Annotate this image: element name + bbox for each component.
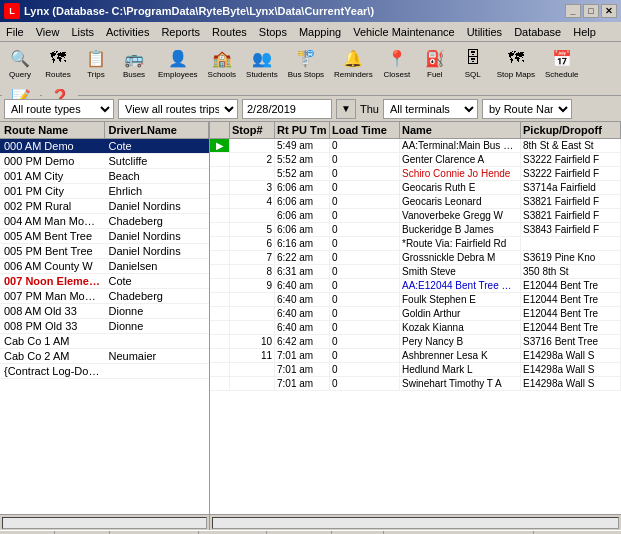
stop-row[interactable]: 106:42 am0Pery Nancy BS3716 Bent Tree <box>210 335 621 349</box>
date-input[interactable] <box>242 99 332 119</box>
driver-name-cell: Cote <box>105 274 210 288</box>
route-list-row[interactable]: 007 Noon ElementaryCote <box>0 274 209 289</box>
menu-file[interactable]: File <box>0 24 30 40</box>
terminal-select[interactable]: All terminals <box>383 99 478 119</box>
sql-button[interactable]: 🗄 SQL <box>455 44 491 81</box>
routes-button[interactable]: 🗺 Routes <box>40 44 76 81</box>
route-name-cell: Cab Co 1 AM <box>0 334 105 348</box>
close-button[interactable]: ✕ <box>601 4 617 18</box>
by-select[interactable]: by Route Nam <box>482 99 572 119</box>
stop-row[interactable]: 7:01 am0Swinehart Timothy T AE14298a Wal… <box>210 377 621 391</box>
maximize-button[interactable]: □ <box>583 4 599 18</box>
route-list-row[interactable]: 001 AM CityBeach <box>0 169 209 184</box>
stop-row[interactable]: 6:40 am0Goldin ArthurE12044 Bent Tre <box>210 307 621 321</box>
stops-h-scrollbar[interactable] <box>212 517 619 529</box>
route-name-cell: 000 PM Demo <box>0 154 105 168</box>
route-list-row[interactable]: 000 PM DemoSutcliffe <box>0 154 209 169</box>
menu-view[interactable]: View <box>30 24 66 40</box>
route-name-cell: 004 AM Man Mound <box>0 214 105 228</box>
stop-row[interactable]: 6:40 am0Foulk Stephen EE12044 Bent Tre <box>210 293 621 307</box>
route-list-row[interactable]: 002 PM RuralDaniel Nordins <box>0 199 209 214</box>
route-list-row[interactable]: Cab Co 1 AM <box>0 334 209 349</box>
menu-database[interactable]: Database <box>508 24 567 40</box>
query-button[interactable]: 🔍 Query <box>2 44 38 81</box>
route-type-select[interactable]: All route types <box>4 99 114 119</box>
stop-row[interactable]: 66:16 am0*Route Via: Fairfield Rd <box>210 237 621 251</box>
menu-mapping[interactable]: Mapping <box>293 24 347 40</box>
students-button[interactable]: 👥 Students <box>242 44 282 81</box>
stop-row[interactable]: 36:06 am0Geocaris Ruth ES3714a Fairfield <box>210 181 621 195</box>
driver-name-cell <box>105 334 210 348</box>
stop-row[interactable]: 6:40 am0Kozak KiannaE12044 Bent Tre <box>210 321 621 335</box>
stop-num-col-header[interactable]: Stop# <box>230 122 275 138</box>
pu-time-col-header[interactable]: Rt PU Tm <box>275 122 330 138</box>
route-name-cell: 001 PM City <box>0 184 105 198</box>
route-list-row[interactable]: 007 PM Man MoundChadeberg <box>0 289 209 304</box>
route-list-row[interactable]: 008 PM Old 33Dionne <box>0 319 209 334</box>
minimize-button[interactable]: _ <box>565 4 581 18</box>
route-name-cell: 005 AM Bent Tree <box>0 229 105 243</box>
menu-reports[interactable]: Reports <box>155 24 206 40</box>
route-list-row[interactable]: 001 PM CityEhrlich <box>0 184 209 199</box>
stop-row[interactable]: 7:01 am0Hedlund Mark LE14298a Wall S <box>210 363 621 377</box>
load-time-col-header[interactable]: Load Time <box>330 122 400 138</box>
menu-lists[interactable]: Lists <box>65 24 100 40</box>
schools-button[interactable]: 🏫 Schools <box>204 44 240 81</box>
name-col-header[interactable]: Name <box>400 122 521 138</box>
route-list-row[interactable]: 000 AM DemoCote <box>0 139 209 154</box>
route-list-row[interactable]: 004 AM Man MoundChadeberg <box>0 214 209 229</box>
route-name-cell: 007 PM Man Mound <box>0 289 105 303</box>
route-name-col-header[interactable]: Route Name <box>0 122 105 138</box>
schedule-button[interactable]: 📅 Schedule <box>541 44 582 81</box>
route-list-row[interactable]: 005 PM Bent TreeDaniel Nordins <box>0 244 209 259</box>
load-time-cell: 0 <box>330 335 400 348</box>
load-time-cell: 0 <box>330 363 400 376</box>
stop-row[interactable]: 117:01 am0Ashbrenner Lesa KE14298a Wall … <box>210 349 621 363</box>
employees-button[interactable]: 👤 Employees <box>154 44 202 81</box>
menu-utilities[interactable]: Utilities <box>461 24 508 40</box>
route-h-scrollbar[interactable] <box>2 517 207 529</box>
stop-row[interactable]: 5:52 am0Schiro Connie Jo HendeS3222 Fair… <box>210 167 621 181</box>
pickup-col-header[interactable]: Pickup/Dropoff <box>521 122 621 138</box>
menu-activities[interactable]: Activities <box>100 24 155 40</box>
pickup-cell: S3222 Fairfield F <box>521 167 621 180</box>
route-list: 000 AM DemoCote000 PM DemoSutcliffe001 A… <box>0 139 209 514</box>
driver-name-col-header[interactable]: DriverLName <box>105 122 210 138</box>
load-time-cell: 0 <box>330 167 400 180</box>
driver-name-cell: Sutcliffe <box>105 154 210 168</box>
route-list-row[interactable]: Cab Co 2 AMNeumaier <box>0 349 209 364</box>
stop-num-cell: 9 <box>230 279 275 292</box>
load-time-cell: 0 <box>330 223 400 236</box>
arrow-cell <box>210 377 230 390</box>
stop-row[interactable]: 76:22 am0Grossnickle Debra MS3619 Pine K… <box>210 251 621 265</box>
stop-row[interactable]: 56:06 am0Buckeridge B JamesS3843 Fairfie… <box>210 223 621 237</box>
route-list-row[interactable]: 008 AM Old 33Dionne <box>0 304 209 319</box>
bus-stops-button[interactable]: 🚏 Bus Stops <box>284 44 328 81</box>
stop-row[interactable]: 96:40 am0AA:E12044 Bent Tree Dr...E12044… <box>210 279 621 293</box>
name-cell: Schiro Connie Jo Hende <box>400 167 521 180</box>
driver-name-cell: Daniel Nordins <box>105 244 210 258</box>
calendar-button[interactable]: ▼ <box>336 99 356 119</box>
trips-button[interactable]: 📋 Trips <box>78 44 114 81</box>
stop-row[interactable]: 6:06 am0Vanoverbeke Gregg WS3821 Fairfie… <box>210 209 621 223</box>
route-name-cell: {Contract Log-Do Not ... <box>0 364 105 378</box>
menu-routes[interactable]: Routes <box>206 24 253 40</box>
route-list-row[interactable]: 005 AM Bent TreeDaniel Nordins <box>0 229 209 244</box>
name-cell: AA:Terminal:Main Bus St... <box>400 139 521 152</box>
stop-row[interactable]: 46:06 am0Geocaris LeonardS3821 Fairfield… <box>210 195 621 209</box>
menu-stops[interactable]: Stops <box>253 24 293 40</box>
stop-row[interactable]: 86:31 am0Smith Steve350 8th St <box>210 265 621 279</box>
view-select[interactable]: View all routes trips <box>118 99 238 119</box>
fuel-button[interactable]: ⛽ Fuel <box>417 44 453 81</box>
route-list-row[interactable]: {Contract Log-Do Not ... <box>0 364 209 379</box>
buses-button[interactable]: 🚌 Buses <box>116 44 152 81</box>
pu-time-cell: 5:49 am <box>275 139 330 152</box>
stop-row[interactable]: ▶5:49 am0AA:Terminal:Main Bus St...8th S… <box>210 139 621 153</box>
stop-maps-button[interactable]: 🗺 Stop Maps <box>493 44 539 81</box>
route-list-row[interactable]: 006 AM County WDanielsen <box>0 259 209 274</box>
stop-row[interactable]: 25:52 am0Genter Clarence AS3222 Fairfiel… <box>210 153 621 167</box>
menu-help[interactable]: Help <box>567 24 602 40</box>
menu-vehicle[interactable]: Vehicle Maintenance <box>347 24 461 40</box>
closest-button[interactable]: 📍 Closest <box>379 44 415 81</box>
reminders-button[interactable]: 🔔 Reminders <box>330 44 377 81</box>
